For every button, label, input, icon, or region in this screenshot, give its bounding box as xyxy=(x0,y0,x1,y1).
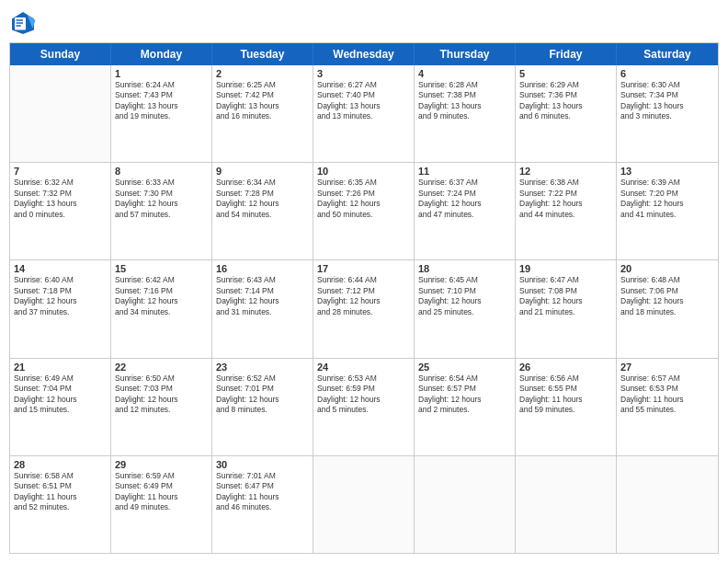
weekday-header-monday: Monday xyxy=(111,43,212,65)
cell-line: and 9 minutes. xyxy=(418,111,511,121)
weekday-header-friday: Friday xyxy=(516,43,617,65)
calendar-day-21: 21Sunrise: 6:49 AMSunset: 7:04 PMDayligh… xyxy=(10,359,111,455)
cell-line: Sunrise: 6:57 AM xyxy=(620,373,714,384)
cell-line: Sunrise: 6:35 AM xyxy=(317,178,410,188)
cell-line: and 18 minutes. xyxy=(620,307,714,317)
calendar-day-28: 28Sunrise: 6:58 AMSunset: 6:51 PMDayligh… xyxy=(10,456,111,553)
cell-line: Daylight: 12 hours xyxy=(620,296,714,306)
calendar-day-13: 13Sunrise: 6:39 AMSunset: 7:20 PMDayligh… xyxy=(617,163,718,259)
cell-line: Daylight: 12 hours xyxy=(14,296,107,306)
cell-line: and 15 minutes. xyxy=(14,405,107,415)
calendar-day-4: 4Sunrise: 6:28 AMSunset: 7:38 PMDaylight… xyxy=(415,65,516,162)
day-number: 17 xyxy=(317,263,410,274)
cell-line: Sunset: 7:32 PM xyxy=(14,189,107,199)
cell-line: and 46 minutes. xyxy=(216,502,309,512)
cell-line: Daylight: 13 hours xyxy=(519,101,612,111)
cell-line: Sunrise: 6:40 AM xyxy=(14,275,107,285)
cell-line: Sunset: 7:40 PM xyxy=(317,90,410,100)
calendar-day-18: 18Sunrise: 6:45 AMSunset: 7:10 PMDayligh… xyxy=(415,260,516,357)
cell-line: Daylight: 11 hours xyxy=(115,492,208,502)
day-number: 19 xyxy=(519,263,612,274)
cell-line: Sunset: 6:47 PM xyxy=(216,481,309,491)
calendar-day-25: 25Sunrise: 6:54 AMSunset: 6:57 PMDayligh… xyxy=(415,359,516,455)
cell-line: and 52 minutes. xyxy=(14,502,107,512)
day-number: 26 xyxy=(519,362,612,373)
day-number: 10 xyxy=(317,166,410,177)
cell-line: Sunrise: 6:44 AM xyxy=(317,275,410,285)
cell-line: Sunrise: 6:54 AM xyxy=(418,373,511,384)
cell-line: Sunset: 7:28 PM xyxy=(216,189,309,199)
cell-line: Sunrise: 6:48 AM xyxy=(620,275,714,285)
cell-line: Daylight: 12 hours xyxy=(115,296,208,306)
day-number: 5 xyxy=(519,68,612,79)
cell-line: Daylight: 12 hours xyxy=(317,296,410,306)
cell-line: Daylight: 12 hours xyxy=(620,199,714,209)
calendar-empty-cell xyxy=(516,456,617,553)
cell-line: Daylight: 12 hours xyxy=(317,199,410,209)
cell-line: Sunset: 7:22 PM xyxy=(519,189,612,199)
cell-line: Sunset: 7:38 PM xyxy=(418,90,511,100)
cell-line: Sunset: 7:18 PM xyxy=(14,286,107,296)
cell-line: Sunset: 6:49 PM xyxy=(115,481,208,491)
calendar-day-14: 14Sunrise: 6:40 AMSunset: 7:18 PMDayligh… xyxy=(10,260,111,357)
day-number: 8 xyxy=(115,166,208,177)
cell-line: Sunrise: 6:24 AM xyxy=(115,80,208,90)
day-number: 11 xyxy=(418,166,511,177)
cell-line: Sunset: 7:30 PM xyxy=(115,189,208,199)
calendar-day-9: 9Sunrise: 6:34 AMSunset: 7:28 PMDaylight… xyxy=(212,163,313,259)
cell-line: Sunset: 6:57 PM xyxy=(418,384,511,394)
cell-line: Daylight: 13 hours xyxy=(317,101,410,111)
cell-line: Sunset: 7:04 PM xyxy=(14,384,107,394)
calendar-day-22: 22Sunrise: 6:50 AMSunset: 7:03 PMDayligh… xyxy=(111,359,212,455)
cell-line: Daylight: 12 hours xyxy=(14,395,107,405)
cell-line: and 12 minutes. xyxy=(115,405,208,415)
cell-line: Sunrise: 6:39 AM xyxy=(620,178,714,188)
cell-line: and 47 minutes. xyxy=(418,210,511,220)
day-number: 28 xyxy=(14,459,107,470)
calendar-day-3: 3Sunrise: 6:27 AMSunset: 7:40 PMDaylight… xyxy=(313,65,415,162)
cell-line: Sunset: 6:59 PM xyxy=(317,384,410,394)
cell-line: Sunrise: 6:58 AM xyxy=(14,471,107,481)
header xyxy=(9,9,719,37)
calendar: SundayMondayTuesdayWednesdayThursdayFrid… xyxy=(9,42,719,554)
cell-line: and 2 minutes. xyxy=(418,405,511,415)
page: SundayMondayTuesdayWednesdayThursdayFrid… xyxy=(0,0,728,563)
cell-line: and 37 minutes. xyxy=(14,307,107,317)
cell-line: Sunset: 6:55 PM xyxy=(519,384,612,394)
calendar-day-8: 8Sunrise: 6:33 AMSunset: 7:30 PMDaylight… xyxy=(111,163,212,259)
calendar-week-2: 14Sunrise: 6:40 AMSunset: 7:18 PMDayligh… xyxy=(10,260,718,358)
calendar-day-10: 10Sunrise: 6:35 AMSunset: 7:26 PMDayligh… xyxy=(313,163,415,259)
calendar-day-20: 20Sunrise: 6:48 AMSunset: 7:06 PMDayligh… xyxy=(617,260,718,357)
logo-icon xyxy=(9,9,37,37)
calendar-day-16: 16Sunrise: 6:43 AMSunset: 7:14 PMDayligh… xyxy=(212,260,313,357)
day-number: 23 xyxy=(216,362,309,373)
cell-line: Daylight: 12 hours xyxy=(418,199,511,209)
cell-line: Sunset: 7:26 PM xyxy=(317,189,410,199)
cell-line: Sunrise: 6:30 AM xyxy=(620,80,714,90)
day-number: 9 xyxy=(216,166,309,177)
cell-line: Daylight: 12 hours xyxy=(216,296,309,306)
cell-line: and 44 minutes. xyxy=(519,210,612,220)
cell-line: Sunrise: 6:50 AM xyxy=(115,373,208,384)
cell-line: Sunrise: 6:29 AM xyxy=(519,80,612,90)
svg-rect-5 xyxy=(17,25,21,27)
calendar-day-2: 2Sunrise: 6:25 AMSunset: 7:42 PMDaylight… xyxy=(212,65,313,162)
cell-line: Daylight: 11 hours xyxy=(620,395,714,405)
cell-line: Sunset: 7:42 PM xyxy=(216,90,309,100)
day-number: 24 xyxy=(317,362,410,373)
cell-line: Sunset: 6:51 PM xyxy=(14,481,107,491)
weekday-header-saturday: Saturday xyxy=(617,43,718,65)
weekday-header-tuesday: Tuesday xyxy=(212,43,313,65)
day-number: 16 xyxy=(216,263,309,274)
calendar-day-26: 26Sunrise: 6:56 AMSunset: 6:55 PMDayligh… xyxy=(516,359,617,455)
cell-line: Sunset: 7:24 PM xyxy=(418,189,511,199)
cell-line: Sunrise: 6:42 AM xyxy=(115,275,208,285)
cell-line: Sunrise: 6:28 AM xyxy=(418,80,511,90)
cell-line: Daylight: 13 hours xyxy=(216,101,309,111)
calendar-day-23: 23Sunrise: 6:52 AMSunset: 7:01 PMDayligh… xyxy=(212,359,313,455)
calendar-day-24: 24Sunrise: 6:53 AMSunset: 6:59 PMDayligh… xyxy=(313,359,415,455)
cell-line: Sunrise: 6:43 AM xyxy=(216,275,309,285)
cell-line: Sunset: 7:36 PM xyxy=(519,90,612,100)
cell-line: Sunrise: 6:56 AM xyxy=(519,373,612,384)
svg-rect-3 xyxy=(17,19,24,21)
